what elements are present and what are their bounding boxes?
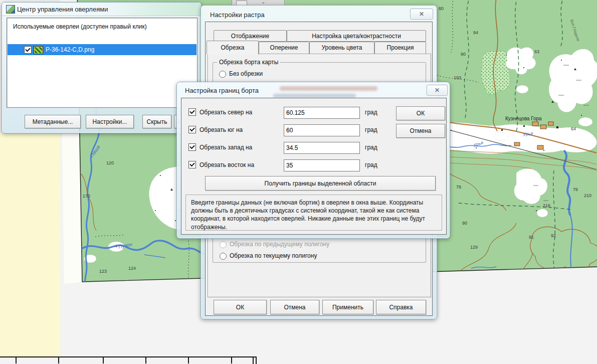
overlay-visibility-checkbox[interactable] [24,46,32,54]
tab-color-level[interactable]: Уровень цвета [309,42,374,54]
tab-projection[interactable]: Проекция [374,42,426,54]
border-bounds-dialog[interactable]: Настройка границ борта ✕ Обрезать север … [176,82,450,239]
ok-button[interactable]: ОК [214,300,267,314]
scale-ruler [0,356,257,364]
overlay-list-item[interactable]: P-36-142-C,D.png [8,44,196,55]
check-icon [189,144,195,149]
ruler-tick [231,357,232,363]
crop-east-checkbox[interactable] [188,161,196,168]
window-title: Центр управления оверлеями [17,6,108,13]
radio-no-crop[interactable] [219,71,226,78]
crop-east-label: Обрезать восток на [200,161,254,168]
desktop: Паша Пузон Урья Урья Кузнецова Гора бол.… [0,0,597,364]
settings-button[interactable]: Настройки... [86,115,134,128]
metadata-button[interactable]: Метаданные... [25,115,81,128]
border-bounds-body: Обрезать север на град ОК Обрезать юг на… [181,98,447,235]
crop-north-label: Обрезать север на [200,109,252,116]
get-selection-bounds-button[interactable]: Получить границы выделенной области [205,176,436,191]
blurred-background-text [280,86,377,91]
crop-west-input[interactable] [284,142,360,154]
ruler-tick [103,357,104,363]
dialog-title: Настройка границ борта [185,87,259,94]
tab-crop[interactable]: Обрезка [207,41,259,55]
unit-label: град [365,126,377,133]
app-icon [6,5,15,14]
blurred-background-text [273,94,356,98]
crop-north-input[interactable] [284,107,360,119]
window-title: Настройки растра [210,11,265,19]
crop-south-checkbox[interactable] [188,126,196,133]
radio-current-polygon[interactable] [220,253,227,260]
radio-current-polygon-label: Обрезка по текущему полигону [230,252,317,259]
crop-east-input[interactable] [284,159,360,171]
ruler-end [253,357,254,364]
unit-label: град [365,161,377,168]
close-button[interactable]: ✕ [410,9,433,20]
overlay-list[interactable]: Используемые оверлеи (доступен правый кл… [7,18,197,108]
crop-north-checkbox[interactable] [188,108,196,116]
info-text: Введите границы данных (не включая борти… [185,195,442,231]
check-icon [189,109,195,114]
crop-south-label: Обрезать юг на [200,126,243,133]
ruler-tick [188,357,189,363]
overlay-thumbnail-icon [34,46,43,54]
overlay-item-label: P-36-142-C,D.png [46,46,94,53]
check-icon [25,47,31,52]
help-button[interactable]: Справка [376,300,426,314]
radio-no-crop-label: Без обрезки [229,70,263,77]
tab-color-contrast[interactable]: Настройка цвета/контрастности [287,30,426,42]
unit-label: град [365,109,377,116]
unit-label: град [365,144,377,151]
hide-button[interactable]: Скрыть [142,115,171,128]
overlay-center-window[interactable]: Центр управления оверлеями Используемые … [2,2,202,133]
dialog-cancel-button[interactable]: Отмена [396,124,445,138]
radio-prev-polygon [220,241,227,248]
chevron-icon: ⌄ [261,0,265,5]
crop-west-label: Обрезать запад на [200,144,252,151]
tab-display[interactable]: Отображение [214,30,287,42]
crop-west-checkbox[interactable] [188,143,196,151]
check-icon [189,161,195,167]
ruler-tick [58,357,59,363]
tab-feathering[interactable]: Оперение [259,42,309,54]
close-button[interactable]: ✕ [427,85,448,96]
overlay-list-label: Используемые оверлеи (доступен правый кл… [13,23,147,30]
dialog-ok-button[interactable]: ОК [396,106,445,120]
cancel-button[interactable]: Отмена [270,300,319,314]
ruler-tick [145,357,146,363]
radio-prev-polygon-label: Обрезка по предыдущему полигону [230,241,329,248]
apply-button[interactable]: Применить [322,300,373,314]
check-icon [189,126,195,132]
ruler-tick [16,357,17,363]
crop-group-title: Обрезка борта карты [217,59,280,66]
crop-south-input[interactable] [284,124,360,136]
